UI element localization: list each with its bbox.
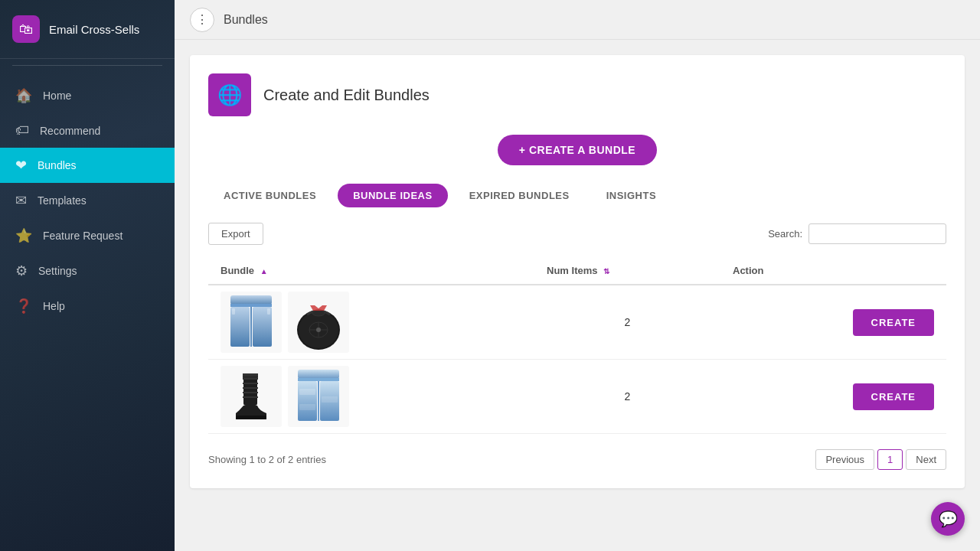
sort-icon: ▲ xyxy=(260,267,268,276)
settings-icon: ⚙ xyxy=(15,262,28,279)
sidebar-item-templates[interactable]: ✉ Templates xyxy=(0,183,175,218)
search-label: Search: xyxy=(768,228,802,240)
export-button[interactable]: Export xyxy=(208,223,263,245)
svg-rect-20 xyxy=(243,387,258,389)
sidebar-divider xyxy=(12,65,162,66)
home-icon: 🏠 xyxy=(15,87,32,104)
create-button-2[interactable]: CREATE xyxy=(853,383,934,410)
svg-rect-16 xyxy=(236,416,266,419)
recommend-icon: 🏷 xyxy=(15,122,29,139)
sidebar-item-bundles[interactable]: ❤ Bundles xyxy=(0,148,175,183)
current-page-button[interactable]: 1 xyxy=(877,449,903,470)
table-header: Bundle ▲ Num Items ⇅ Action xyxy=(208,257,946,285)
tab-ideas[interactable]: BUNDLE IDEAS xyxy=(338,184,448,207)
help-icon: ❓ xyxy=(15,298,32,315)
next-page-button[interactable]: Next xyxy=(906,449,946,470)
tabs-container: ACTIVE BUNDLESBUNDLE IDEASEXPIRED BUNDLE… xyxy=(208,184,946,207)
search-area: Search: xyxy=(768,223,946,244)
svg-rect-30 xyxy=(322,396,338,403)
pagination-bar: Showing 1 to 2 of 2 entries Previous 1 N… xyxy=(208,449,946,470)
bundle-table: Bundle ▲ Num Items ⇅ Action xyxy=(208,257,946,434)
sidebar-item-feature-request[interactable]: ⭐ Feature Request xyxy=(0,218,175,253)
sidebar-item-label-bundles: Bundles xyxy=(38,159,77,171)
table-row: 2 CREATE xyxy=(208,360,946,434)
bundle-images-cell-1 xyxy=(208,285,534,360)
topbar: ⋮ Bundles xyxy=(175,0,980,40)
app-logo-icon: 🛍 xyxy=(12,15,40,43)
pagination-showing-text: Showing 1 to 2 of 2 entries xyxy=(208,454,326,465)
svg-rect-6 xyxy=(267,308,270,315)
sidebar-item-help[interactable]: ❓ Help xyxy=(0,289,175,324)
page-header: 🌐 Create and Edit Bundles xyxy=(208,73,946,116)
svg-rect-21 xyxy=(243,392,258,393)
sidebar-item-label-feature-request: Feature Request xyxy=(43,230,122,242)
svg-rect-18 xyxy=(243,378,258,380)
svg-rect-0 xyxy=(230,295,272,305)
bundles-icon: ❤ xyxy=(15,157,27,174)
pagination-controls: Previous 1 Next xyxy=(815,449,946,470)
svg-rect-22 xyxy=(243,396,258,398)
tab-insights[interactable]: INSIGHTS xyxy=(591,184,671,207)
sidebar-item-recommend[interactable]: 🏷 Recommend xyxy=(0,113,175,148)
svg-rect-25 xyxy=(298,381,317,421)
tab-expired[interactable]: EXPIRED BUNDLES xyxy=(454,184,585,207)
sidebar: 🛍 Email Cross-Sells 🏠 Home 🏷 Recommend ❤… xyxy=(0,0,175,551)
action-cell-2: CREATE xyxy=(720,360,946,434)
product-image-jeans-1 xyxy=(220,292,282,353)
app-title: Email Cross-Sells xyxy=(49,23,139,36)
svg-rect-24 xyxy=(298,378,339,381)
chat-bubble-button[interactable]: 💬 xyxy=(931,502,965,536)
bundle-images-cell-2 xyxy=(208,360,534,434)
svg-rect-1 xyxy=(230,304,272,307)
svg-point-13 xyxy=(316,328,321,332)
svg-point-9 xyxy=(312,310,325,316)
create-button-1[interactable]: CREATE xyxy=(853,309,934,336)
product-image-bag-1 xyxy=(288,292,349,353)
sidebar-header: 🛍 Email Cross-Sells xyxy=(0,0,175,59)
col-num-items[interactable]: Num Items ⇅ xyxy=(534,257,720,285)
num-items-cell-2: 2 xyxy=(534,360,720,434)
tab-active[interactable]: ACTIVE BUNDLES xyxy=(208,184,332,207)
svg-rect-28 xyxy=(299,389,315,395)
table-row: 2 CREATE xyxy=(208,285,946,360)
table-body: 2 CREATE xyxy=(208,285,946,434)
svg-rect-29 xyxy=(299,404,315,410)
toolbar: Export Search: xyxy=(208,223,946,245)
sidebar-item-label-settings: Settings xyxy=(38,265,77,277)
feature-request-icon: ⭐ xyxy=(15,227,32,244)
page-card: 🌐 Create and Edit Bundles + CREATE A BUN… xyxy=(190,55,965,488)
page-header-icon: 🌐 xyxy=(208,73,251,116)
main-area: ⋮ Bundles 🌐 Create and Edit Bundles + CR… xyxy=(175,0,980,551)
svg-rect-23 xyxy=(298,370,339,379)
page-content: 🌐 Create and Edit Bundles + CREATE A BUN… xyxy=(175,40,980,551)
sidebar-item-label-home: Home xyxy=(43,90,71,102)
action-cell-1: CREATE xyxy=(720,285,946,360)
create-bundle-button[interactable]: + CREATE A BUNDLE xyxy=(498,135,657,165)
svg-rect-5 xyxy=(232,308,235,315)
sidebar-item-label-recommend: Recommend xyxy=(40,125,100,137)
product-image-jeans-2 xyxy=(288,366,349,427)
num-items-cell-1: 2 xyxy=(534,285,720,360)
sidebar-nav: 🏠 Home 🏷 Recommend ❤ Bundles ✉ Templates… xyxy=(0,72,175,551)
sidebar-item-label-templates: Templates xyxy=(38,194,87,207)
search-input[interactable] xyxy=(808,223,946,244)
page-header-title: Create and Edit Bundles xyxy=(263,86,430,104)
topbar-title: Bundles xyxy=(224,13,268,27)
sort-num-icon: ⇅ xyxy=(603,267,609,276)
svg-rect-19 xyxy=(243,383,258,384)
product-image-boot-2 xyxy=(220,366,282,427)
sidebar-item-settings[interactable]: ⚙ Settings xyxy=(0,253,175,289)
col-action: Action xyxy=(720,257,946,285)
sidebar-item-home[interactable]: 🏠 Home xyxy=(0,78,175,113)
menu-button[interactable]: ⋮ xyxy=(190,8,214,32)
prev-page-button[interactable]: Previous xyxy=(815,449,874,470)
sidebar-item-label-help: Help xyxy=(43,300,65,312)
templates-icon: ✉ xyxy=(15,192,27,209)
svg-rect-17 xyxy=(243,373,258,376)
col-bundle[interactable]: Bundle ▲ xyxy=(208,257,534,285)
